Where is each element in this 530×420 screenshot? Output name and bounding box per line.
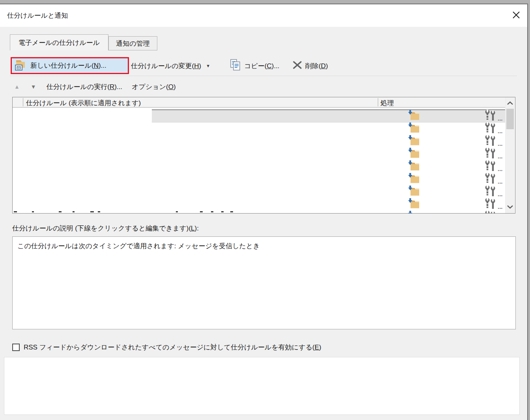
custom-action-icon: ... — [485, 122, 503, 134]
delete-x-icon — [293, 60, 302, 72]
move-to-folder-icon — [408, 123, 421, 134]
table-row[interactable]: ... — [13, 197, 505, 210]
new-rule-button[interactable]: 新しい仕分けルール(N)... — [12, 58, 128, 73]
tab-manage-alerts[interactable]: 通知の管理 — [108, 36, 157, 50]
action-column-header: 処理 — [381, 98, 394, 108]
rule-order-toolbar: ▲ ▼ 仕分けルールの実行(R)... オプション(O) — [14, 80, 176, 93]
rss-checkbox-label: RSS フィードからダウンロードされたすべてのメッセージに対して仕分けルールを有… — [24, 343, 321, 352]
header-separator — [23, 98, 23, 106]
rules-list-scrollbar[interactable] — [505, 97, 515, 213]
custom-action-icon: ... — [485, 210, 503, 213]
move-to-folder-icon — [408, 198, 421, 209]
move-to-folder-icon — [408, 173, 421, 184]
custom-action-icon: ... — [485, 185, 503, 197]
tab-email-rules[interactable]: 電子メールの仕分けルール — [10, 34, 108, 50]
rules-list-header: 仕分けルール (表示順に適用されます) 処理 — [13, 97, 505, 108]
move-rule-down-icon[interactable]: ▼ — [31, 84, 36, 89]
action-ellipsis: ... — [498, 178, 503, 184]
table-row[interactable]: ... — [13, 160, 505, 172]
copy-rule-button[interactable]: コピー(C)... — [230, 59, 280, 73]
rules-and-alerts-dialog: { "window": { "title": "仕分けルールと通知" }, "t… — [0, 0, 530, 420]
action-ellipsis: ... — [498, 166, 503, 172]
move-to-folder-icon — [408, 135, 421, 146]
table-row[interactable]: ... — [13, 147, 505, 160]
change-rule-label: 仕分けルールの変更(H) — [131, 61, 201, 71]
copy-icon — [230, 59, 241, 73]
custom-action-icon: ... — [485, 160, 503, 172]
custom-action-icon: ... — [485, 110, 503, 121]
title-bar — [0, 4, 527, 27]
rule-column-header: 仕分けルール (表示順に適用されます) — [26, 98, 141, 108]
table-row[interactable]: ... — [13, 210, 505, 213]
close-icon — [512, 11, 521, 21]
table-row[interactable]: ... — [13, 109, 505, 122]
delete-label: 削除(D) — [305, 61, 328, 71]
header-separator — [378, 98, 378, 106]
delete-rule-button[interactable]: 削除(D) — [293, 59, 328, 73]
table-row[interactable]: ... — [13, 122, 505, 134]
new-rule-icon — [14, 58, 27, 73]
table-row[interactable]: ... — [13, 185, 505, 197]
move-rule-up-icon[interactable]: ▲ — [14, 84, 20, 89]
dialog-title: 仕分けルールと通知 — [7, 11, 68, 20]
rules-rows: ... — [13, 108, 505, 213]
rule-description-box: この仕分けルールは次のタイミングで適用されます: メッセージを受信したとき — [12, 236, 516, 329]
custom-action-icon: ... — [485, 198, 503, 210]
annotation-red-box: 新しい仕分けルール(N)... — [11, 57, 129, 74]
custom-action-icon: ... — [485, 135, 503, 147]
options-button[interactable]: オプション(O) — [132, 82, 176, 91]
move-to-folder-icon — [408, 110, 421, 121]
action-ellipsis: ... — [498, 191, 503, 197]
tab-label: 通知の管理 — [116, 39, 149, 48]
rss-checkbox[interactable] — [12, 344, 20, 351]
scroll-down-icon[interactable] — [507, 203, 513, 210]
table-row[interactable]: ... — [13, 134, 505, 147]
move-to-folder-icon — [408, 186, 421, 197]
new-rule-label: 新しい仕分けルール(N)... — [30, 61, 106, 70]
rule-description-text: この仕分けルールは次のタイミングで適用されます: メッセージを受信したとき — [17, 242, 260, 251]
custom-action-icon: ... — [485, 147, 503, 159]
selected-row-highlight — [152, 109, 505, 123]
action-ellipsis: ... — [498, 141, 503, 147]
tab-label: 電子メールの仕分けルール — [19, 38, 100, 47]
rule-description-label: 仕分けルールの説明 (下線をクリックすると編集できます)(L): — [12, 224, 199, 233]
table-row[interactable]: ... — [13, 172, 505, 185]
move-to-folder-icon — [408, 148, 421, 159]
change-rule-button[interactable]: 仕分けルールの変更(H) ▼ — [131, 59, 210, 73]
toolbar-separator — [10, 76, 517, 76]
run-rules-button[interactable]: 仕分けルールの実行(R)... — [47, 82, 122, 91]
action-ellipsis: ... — [498, 115, 503, 121]
move-to-folder-icon — [408, 160, 421, 171]
move-to-folder-icon — [408, 211, 421, 213]
action-ellipsis: ... — [498, 204, 503, 210]
scrollbar-thumb[interactable] — [506, 109, 514, 129]
action-ellipsis: ... — [498, 153, 503, 159]
copy-label: コピー(C)... — [244, 61, 280, 71]
chevron-down-icon: ▼ — [206, 63, 210, 68]
close-button[interactable] — [509, 9, 523, 22]
action-ellipsis: ... — [498, 128, 503, 134]
rss-enable-option[interactable]: RSS フィードからダウンロードされたすべてのメッセージに対して仕分けルールを有… — [12, 343, 321, 352]
redacted-bottom-panel — [4, 357, 520, 415]
custom-action-icon: ... — [485, 173, 503, 184]
scroll-up-icon[interactable] — [507, 100, 513, 107]
